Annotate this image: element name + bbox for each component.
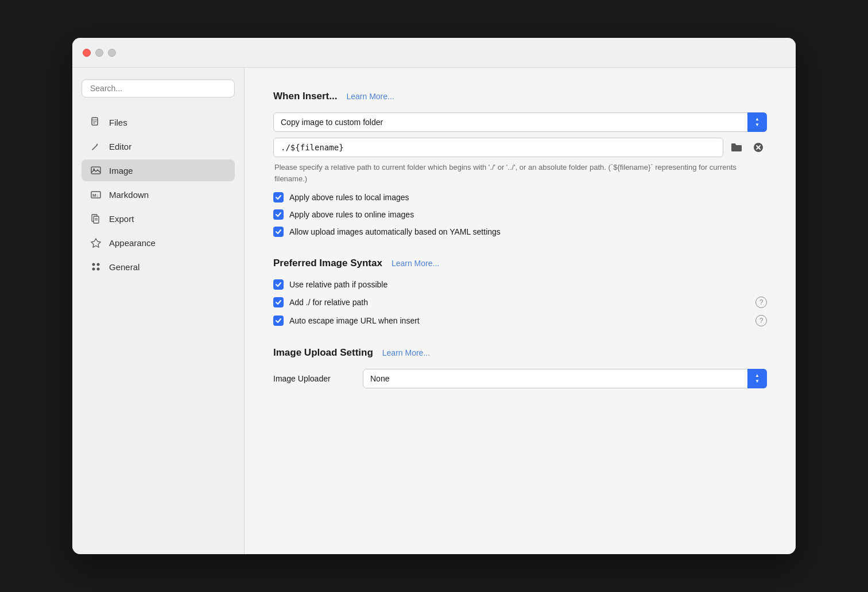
- sidebar-item-files-label: Files: [109, 118, 127, 127]
- checkbox-local[interactable]: Apply above rules to local images: [273, 192, 767, 202]
- folder-browse-button[interactable]: [728, 139, 745, 156]
- sidebar-item-editor[interactable]: Editor: [82, 135, 235, 157]
- help-escape-icon[interactable]: ?: [755, 315, 767, 326]
- preferred-syntax-header: Preferred Image Syntax Learn More...: [273, 258, 767, 269]
- copy-method-select[interactable]: Copy image to custom folderCopy image to…: [273, 112, 767, 132]
- sidebar-item-image-label: Image: [109, 166, 133, 176]
- checkbox-dot-slash-label: Add ./ for relative path: [289, 298, 368, 307]
- uploader-select-wrapper: NoneGitHubImgurCustom ▲ ▼: [363, 369, 767, 388]
- checkbox-escape-box[interactable]: [273, 316, 284, 326]
- search-container: [82, 79, 235, 98]
- checkbox-escape[interactable]: Auto escape image URL when insert ?: [273, 315, 767, 326]
- traffic-lights: [83, 49, 116, 57]
- files-icon: [90, 116, 102, 128]
- svg-line-4: [92, 145, 97, 150]
- sidebar-item-image[interactable]: Image: [82, 159, 235, 181]
- maximize-button[interactable]: [108, 49, 116, 57]
- checkbox-online-label: Apply above rules to online images: [289, 210, 414, 219]
- upload-setting-title: Image Upload Setting: [273, 347, 373, 359]
- uploader-select[interactable]: NoneGitHubImgurCustom: [363, 369, 767, 388]
- when-insert-learn-more[interactable]: Learn More...: [346, 92, 394, 101]
- checkbox-yaml-label: Allow upload images automatically based …: [289, 227, 501, 236]
- checkbox-dot-slash[interactable]: Add ./ for relative path ?: [273, 297, 767, 308]
- general-icon: [90, 260, 102, 273]
- sidebar-item-export[interactable]: Export: [82, 208, 235, 229]
- when-insert-section: When Insert... Learn More... Copy image …: [273, 91, 767, 237]
- export-icon: [90, 212, 102, 225]
- svg-point-13: [92, 263, 95, 266]
- close-button[interactable]: [83, 49, 91, 57]
- image-icon: [90, 164, 102, 177]
- checkbox-local-label: Apply above rules to local images: [289, 193, 409, 202]
- search-input[interactable]: [82, 79, 235, 98]
- appearance-icon: [90, 236, 102, 249]
- sidebar-item-markdown-label: Markdown: [109, 190, 149, 200]
- sidebar-item-general-label: General: [109, 262, 140, 272]
- sidebar-item-appearance-label: Appearance: [109, 238, 156, 248]
- sidebar-item-files[interactable]: Files: [82, 111, 235, 133]
- svg-text:M↓: M↓: [92, 193, 99, 198]
- when-insert-checkboxes: Apply above rules to local images Apply …: [273, 192, 767, 237]
- checkbox-online[interactable]: Apply above rules to online images: [273, 209, 767, 220]
- main-content: When Insert... Learn More... Copy image …: [245, 68, 796, 554]
- svg-point-15: [92, 268, 95, 271]
- checkbox-dot-slash-box[interactable]: [273, 297, 284, 307]
- preferred-syntax-checkboxes: Use relative path if possible Add ./ for…: [273, 279, 767, 326]
- svg-rect-5: [91, 167, 100, 174]
- upload-setting-learn-more[interactable]: Learn More...: [382, 348, 430, 357]
- path-input[interactable]: [273, 138, 723, 157]
- checkbox-escape-label: Auto escape image URL when insert: [289, 316, 420, 325]
- path-hint: Please specify a relative path to curren…: [273, 162, 767, 184]
- checkbox-relative-label: Use relative path if possible: [289, 280, 388, 289]
- upload-setting-section: Image Upload Setting Learn More... Image…: [273, 347, 767, 388]
- content-area: Files Editor: [72, 68, 796, 554]
- uploader-label: Image Uploader: [273, 374, 354, 383]
- sidebar-item-appearance[interactable]: Appearance: [82, 232, 235, 254]
- svg-point-16: [97, 268, 100, 271]
- when-insert-title: When Insert...: [273, 91, 337, 102]
- checkbox-yaml-box[interactable]: [273, 227, 284, 237]
- titlebar: [72, 38, 796, 68]
- minimize-button[interactable]: [95, 49, 103, 57]
- checkbox-escape-left: Auto escape image URL when insert: [273, 316, 420, 326]
- sidebar: Files Editor: [72, 68, 245, 554]
- when-insert-header: When Insert... Learn More...: [273, 91, 767, 102]
- svg-point-14: [97, 263, 100, 266]
- checkbox-local-box[interactable]: [273, 192, 284, 202]
- checkbox-online-box[interactable]: [273, 209, 284, 220]
- checkbox-relative-box[interactable]: [273, 279, 284, 290]
- clear-path-button[interactable]: [750, 139, 767, 156]
- upload-setting-header: Image Upload Setting Learn More...: [273, 347, 767, 359]
- checkbox-yaml[interactable]: Allow upload images automatically based …: [273, 227, 767, 237]
- sidebar-item-export-label: Export: [109, 214, 134, 224]
- markdown-icon: M↓: [90, 188, 102, 201]
- path-input-row: [273, 138, 767, 157]
- checkbox-relative[interactable]: Use relative path if possible: [273, 279, 767, 290]
- preferred-syntax-learn-more[interactable]: Learn More...: [392, 259, 439, 268]
- sidebar-item-markdown[interactable]: M↓ Markdown: [82, 184, 235, 205]
- checkbox-dot-slash-left: Add ./ for relative path: [273, 297, 368, 307]
- app-window: Files Editor: [72, 38, 796, 554]
- copy-method-select-wrapper: Copy image to custom folderCopy image to…: [273, 112, 767, 132]
- sidebar-item-editor-label: Editor: [109, 142, 131, 151]
- preferred-syntax-title: Preferred Image Syntax: [273, 258, 382, 269]
- sidebar-item-general[interactable]: General: [82, 256, 235, 278]
- uploader-row: Image Uploader NoneGitHubImgurCustom ▲ ▼: [273, 369, 767, 388]
- editor-icon: [90, 140, 102, 153]
- help-dot-slash-icon[interactable]: ?: [755, 297, 767, 308]
- preferred-syntax-section: Preferred Image Syntax Learn More... Use…: [273, 258, 767, 326]
